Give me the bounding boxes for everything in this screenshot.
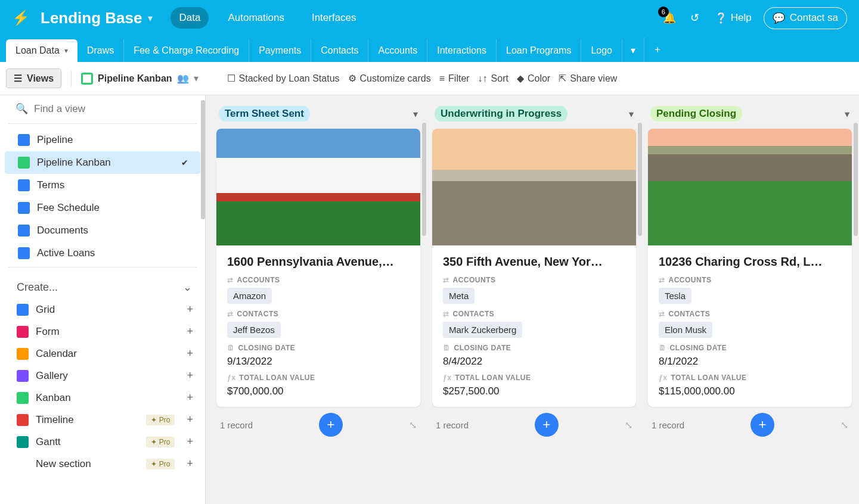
add-icon[interactable]: +: [187, 458, 193, 470]
field-label: ACCOUNTS: [669, 276, 712, 284]
tab-logo[interactable]: Logo: [581, 39, 622, 62]
history-icon[interactable]: ↺: [690, 11, 699, 24]
status-pill[interactable]: Underwriting in Progress: [435, 106, 568, 122]
account-chip[interactable]: Amazon: [227, 288, 272, 304]
view-label: Documents: [37, 225, 88, 237]
pro-badge: ✦ Pro: [146, 415, 175, 425]
tab-payments[interactable]: Payments: [249, 39, 311, 62]
views-button[interactable]: ☰ Views: [6, 69, 61, 88]
calendar-icon: 🗓: [443, 344, 451, 352]
topnav-automations[interactable]: Automations: [219, 7, 293, 29]
create-grid[interactable]: Grid+: [0, 298, 205, 321]
view-label: Fee Schedule: [37, 202, 100, 214]
add-icon[interactable]: +: [187, 391, 193, 404]
help-button[interactable]: ❔ Help: [715, 12, 752, 24]
formula-icon: ƒx: [659, 374, 667, 382]
chevron-down-icon[interactable]: ⌄: [183, 281, 192, 294]
add-card-button[interactable]: +: [319, 413, 343, 437]
contact-chip[interactable]: Elon Musk: [659, 322, 712, 338]
contact-sales-button[interactable]: 💬 Contact sa: [764, 7, 847, 29]
add-icon[interactable]: +: [187, 347, 193, 360]
create-gallery[interactable]: Gallery+: [0, 365, 205, 387]
customize-cards-button[interactable]: ⚙ Customize cards: [348, 73, 431, 84]
kanban-card[interactable]: 1600 Pennsylvania Avenue,… ⇄ACCOUNTS Ama…: [216, 129, 420, 407]
column-menu-icon[interactable]: ▾: [845, 108, 849, 120]
topnav-data[interactable]: Data: [170, 7, 209, 29]
account-chip[interactable]: Meta: [443, 288, 475, 304]
collapse-icon[interactable]: ⤡: [625, 419, 632, 431]
add-card-button[interactable]: +: [751, 413, 774, 437]
status-pill[interactable]: Pending Closing: [650, 106, 742, 122]
add-icon[interactable]: +: [187, 369, 193, 382]
notifications-icon[interactable]: 6 🔔: [663, 11, 676, 24]
create-header[interactable]: Create... ⌄: [0, 272, 205, 298]
sidebar-view-terms[interactable]: Terms: [5, 174, 200, 197]
create-label: Gallery: [36, 370, 68, 382]
notifications-badge: 6: [658, 7, 669, 17]
add-icon[interactable]: +: [187, 303, 193, 316]
app-title[interactable]: Lending Base: [41, 9, 142, 27]
contact-chip[interactable]: Jeff Bezos: [227, 322, 281, 338]
column-footer: 1 record + ⤡: [648, 407, 852, 439]
topnav-interfaces[interactable]: Interfaces: [303, 7, 365, 29]
sort-button[interactable]: ↓↑ Sort: [478, 73, 508, 84]
app-title-dropdown-icon[interactable]: ▾: [148, 13, 153, 24]
create-gantt[interactable]: Gantt✦ Pro+: [0, 431, 205, 453]
chevron-down-icon[interactable]: ▾: [64, 46, 68, 55]
sidebar-view-active-loans[interactable]: Active Loans: [5, 242, 200, 265]
create-form[interactable]: Form+: [0, 321, 205, 343]
tab-fee-charge[interactable]: Fee & Charge Recording: [124, 39, 249, 62]
add-card-button[interactable]: +: [535, 413, 559, 437]
account-chip[interactable]: Tesla: [659, 288, 691, 304]
column-header: Pending Closing ▾: [648, 106, 852, 125]
sidebar-view-pipeline[interactable]: Pipeline: [5, 129, 200, 151]
color-button[interactable]: ◆ Color: [517, 73, 550, 84]
share-view-button[interactable]: ⇱ Share view: [559, 73, 617, 84]
column-menu-icon[interactable]: ▾: [629, 108, 634, 120]
create-kanban[interactable]: Kanban+: [0, 387, 205, 409]
collapse-icon[interactable]: ⤡: [409, 419, 417, 431]
tab-loan-programs[interactable]: Loan Programs: [497, 39, 581, 62]
grid-icon: [18, 202, 30, 214]
add-icon[interactable]: +: [187, 413, 193, 426]
sidebar-view-fee-schedule[interactable]: Fee Schedule: [5, 197, 200, 219]
add-icon[interactable]: +: [187, 325, 193, 338]
kanban-card[interactable]: 350 Fifth Avenue, New Yor… ⇄ACCOUNTS Met…: [432, 129, 636, 407]
filter-button[interactable]: ≡ Filter: [439, 73, 470, 84]
kanban-card[interactable]: 10236 Charing Cross Rd, L… ⇄ACCOUNTS Tes…: [648, 129, 852, 407]
collapse-icon[interactable]: ⤡: [841, 419, 848, 431]
divider: [8, 123, 197, 124]
add-icon[interactable]: +: [187, 435, 193, 448]
sort-label: Sort: [491, 73, 508, 84]
link-icon: ⇄: [443, 310, 449, 318]
contact-chip[interactable]: Mark Zuckerberg: [443, 322, 522, 338]
sidebar-view-documents[interactable]: Documents: [5, 219, 200, 242]
search-input[interactable]: [34, 103, 193, 115]
current-view[interactable]: Pipeline Kanban 👥 ▾: [81, 73, 198, 85]
tab-accounts[interactable]: Accounts: [368, 39, 427, 62]
status-pill[interactable]: Term Sheet Sent: [219, 106, 310, 122]
tab-contacts[interactable]: Contacts: [311, 39, 368, 62]
kanban-board: Term Sheet Sent ▾ 1600 Pennsylvania Aven…: [206, 95, 859, 504]
tl-icon: [17, 414, 29, 426]
record-count: 1 record: [652, 420, 684, 430]
sidebar-view-pipeline-kanban[interactable]: Pipeline Kanban✔: [5, 151, 200, 174]
tab-loan-data[interactable]: Loan Data ▾: [6, 39, 77, 62]
tab-draws[interactable]: Draws: [77, 39, 124, 62]
tab-interactions[interactable]: Interactions: [427, 39, 497, 62]
stacked-by-button[interactable]: ☐ Stacked by Loan Status: [227, 73, 340, 84]
column-menu-icon[interactable]: ▾: [413, 108, 418, 120]
filter-label: Filter: [448, 73, 470, 84]
create-calendar[interactable]: Calendar+: [0, 343, 205, 365]
app-logo-icon: ⚡: [12, 10, 30, 26]
add-table-icon[interactable]: ＋: [644, 38, 671, 62]
search-icon: 🔍: [15, 102, 28, 115]
create-label: Create...: [17, 281, 58, 294]
create-timeline[interactable]: Timeline✦ Pro+: [0, 409, 205, 431]
grid-icon: [18, 225, 30, 237]
create-new-section[interactable]: New section✦ Pro+: [0, 453, 205, 475]
help-label: Help: [731, 12, 752, 24]
tabs-overflow-icon[interactable]: ▾: [622, 39, 644, 62]
chevron-down-icon[interactable]: ▾: [194, 73, 199, 84]
view-search[interactable]: 🔍: [0, 102, 205, 121]
